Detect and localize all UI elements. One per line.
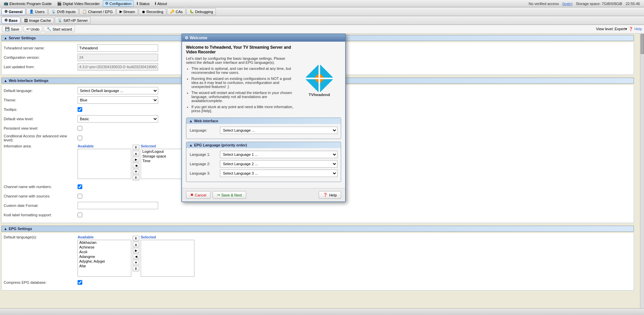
epg-available-list[interactable]: Abkhazian Achinese Acoli Adangme Adyghe;… [78, 240, 131, 277]
last-updated-input [78, 63, 158, 71]
move-up-button[interactable]: ▲ [133, 151, 139, 156]
persistent-view-checkbox[interactable] [78, 126, 82, 131]
dialog-content: Welcome to Tvheadend, Your TV Streaming … [182, 42, 345, 188]
list-item[interactable]: Afar [78, 264, 131, 268]
epg-move-right-button[interactable]: ▶ [133, 248, 139, 253]
menu-about[interactable]: ℹ About [152, 0, 169, 7]
bullet-1: This wizard is optional, and can be canc… [191, 66, 294, 75]
tab-general[interactable]: ⚙ General [1, 8, 26, 15]
stream-icon: ▶ [120, 9, 122, 14]
move-right-button[interactable]: ▶ [133, 157, 139, 162]
tvh-logo-svg: TVheadend [299, 63, 339, 97]
move-down-button[interactable]: ▼ [133, 169, 139, 174]
undo-icon: ↩ [27, 27, 30, 31]
epg-lang-dialog-section: ▲ EPG Language (priority order) Language… [186, 142, 341, 182]
move-left-button[interactable]: ◀ [133, 163, 139, 168]
channel-numbers-checkbox[interactable] [78, 184, 82, 189]
tab-sat-ip[interactable]: 📡 SAT>IP Server [55, 17, 91, 24]
main-scrollbar[interactable] [640, 34, 644, 309]
undo-button[interactable]: ↩ Undo [24, 26, 42, 32]
compress-epg-label: Compress EPG database: [4, 280, 78, 284]
tooltips-label: Tooltips: [4, 107, 78, 111]
bullet-2: Running this wizard on existing configur… [191, 77, 294, 89]
web-interface-dialog-body: Language: Select Language ... [186, 124, 341, 139]
cancel-button[interactable]: ✖ Cancel [186, 191, 211, 199]
epg-settings-header[interactable]: ▲ EPG Settings [1, 226, 634, 232]
dialog-lang3-select[interactable]: Select Language 3 ... [220, 170, 337, 177]
epg-move-bottom-button[interactable]: ⬇ [133, 266, 139, 271]
list-item[interactable]: Acoli [78, 250, 131, 254]
default-lang-select[interactable]: Select Default language ... [78, 87, 158, 94]
conditional-access-checkbox[interactable] [78, 136, 82, 140]
tab-cas[interactable]: 🔑 CAs [167, 8, 186, 15]
epg-settings-section: ▲ EPG Settings Default language(s): Avai… [1, 226, 634, 290]
storage-info: Storage space: 7GiB/0/8GiB [576, 2, 622, 6]
login-link[interactable]: (login) [562, 2, 572, 6]
list-item[interactable]: Abkhazian [78, 240, 131, 245]
list-item[interactable]: Adangme [78, 254, 131, 259]
compress-epg-checkbox[interactable] [78, 280, 82, 285]
dialog-lang1-select[interactable]: Select Language 1 ... [220, 151, 337, 158]
help-button[interactable]: ❓ Help [319, 191, 341, 199]
menu-dvr[interactable]: 🎬 Digital Video Recorder [55, 0, 102, 7]
tooltips-checkbox[interactable] [78, 107, 82, 112]
list-item[interactable]: Adyghe; Adygei [78, 259, 131, 264]
help-icon: ❓ [323, 193, 328, 197]
epg-available-container: Available Abkhazian Achinese Acoli Adang… [78, 235, 131, 277]
status-icon: ℹ [137, 1, 138, 6]
epg-selected-container: Selected [141, 235, 194, 277]
theme-select[interactable]: Blue [78, 96, 158, 104]
custom-date-input[interactable] [78, 202, 158, 209]
dialog-buttons: ✖ Cancel ⇒ Save & Next ❓ Help [182, 188, 345, 201]
tab-base[interactable]: ⚙ Base [1, 17, 20, 24]
channel-sources-checkbox[interactable] [78, 194, 82, 198]
view-level-select[interactable]: Basic [78, 115, 158, 123]
tab-channel-epg[interactable]: 📋 Channel / EPG [79, 8, 116, 15]
tab-debugging[interactable]: 🐛 Debugging [186, 8, 216, 15]
epg-selected-list[interactable] [141, 240, 194, 277]
image-icon: 🖼 [24, 18, 28, 22]
tab-recording[interactable]: ⏺ Recording [139, 8, 166, 15]
save-next-button[interactable]: ⇒ Save & Next [213, 191, 246, 199]
bullet-3: The wizard will restart and reload the i… [191, 91, 294, 103]
tab-stream[interactable]: ▶ Stream [117, 8, 138, 15]
web-interface-dialog-header: ▲ Web interface [186, 118, 341, 124]
debug-icon: 🐛 [189, 9, 194, 14]
move-bottom-button[interactable]: ⬇ [133, 175, 139, 180]
epg-move-down-button[interactable]: ▼ [133, 260, 139, 265]
epg-move-up-button[interactable]: ▲ [133, 242, 139, 247]
tab-dvb-inputs[interactable]: 📡 DVB Inputs [48, 8, 79, 15]
epg-move-top-button[interactable]: ⬆ [133, 236, 139, 241]
epg-move-left-button[interactable]: ◀ [133, 254, 139, 259]
server-name-label: Tvheadend server name: [4, 46, 78, 50]
sat-icon: 📡 [58, 18, 62, 22]
menu-configuration[interactable]: ⚙ Configuration [103, 0, 134, 7]
scroll-thumb[interactable] [641, 34, 644, 54]
theme-label: Theme: [4, 98, 78, 102]
save-button[interactable]: 💾 Save [2, 26, 22, 32]
move-top-button[interactable]: ⬆ [133, 145, 139, 150]
config-version-input[interactable] [78, 54, 158, 61]
last-updated-label: Last updated from: [4, 65, 78, 69]
dialog-lang2-select[interactable]: Select Language 2 ... [220, 160, 337, 168]
list-item[interactable]: Achinese [78, 245, 131, 250]
help-button[interactable]: ❓ Help [629, 27, 642, 31]
main-tabbar: ⚙ General 👤 Users 📡 DVB Inputs 📋 Channel… [0, 7, 644, 16]
tvheadend-logo: TVheadend [297, 45, 341, 115]
dialog-lang-select[interactable]: Select Language ... [220, 127, 337, 134]
tab-image-cache[interactable]: 🖼 Image Cache [21, 17, 54, 24]
start-wizard-button[interactable]: 🔧 Start wizard [44, 26, 75, 32]
kodi-label: Kodi label formatting support: [4, 213, 78, 217]
custom-date-label: Custom date Format: [4, 204, 78, 208]
collapse-icon2: ▲ [4, 79, 7, 83]
general-icon: ⚙ [4, 9, 8, 14]
welcome-intro: Let's start by configuring the basic lan… [186, 56, 294, 64]
dialog-lang1-row: Language 1: Select Language 1 ... [190, 151, 337, 158]
kodi-checkbox[interactable] [78, 213, 82, 217]
tab-users[interactable]: 👤 Users [26, 8, 48, 15]
available-list[interactable] [78, 149, 131, 179]
server-name-input[interactable] [78, 44, 158, 52]
wizard-icon: 🔧 [47, 27, 51, 31]
menu-status[interactable]: ℹ Status [134, 0, 152, 7]
menu-epg[interactable]: 📺 Electronic Program Guide [1, 0, 54, 7]
